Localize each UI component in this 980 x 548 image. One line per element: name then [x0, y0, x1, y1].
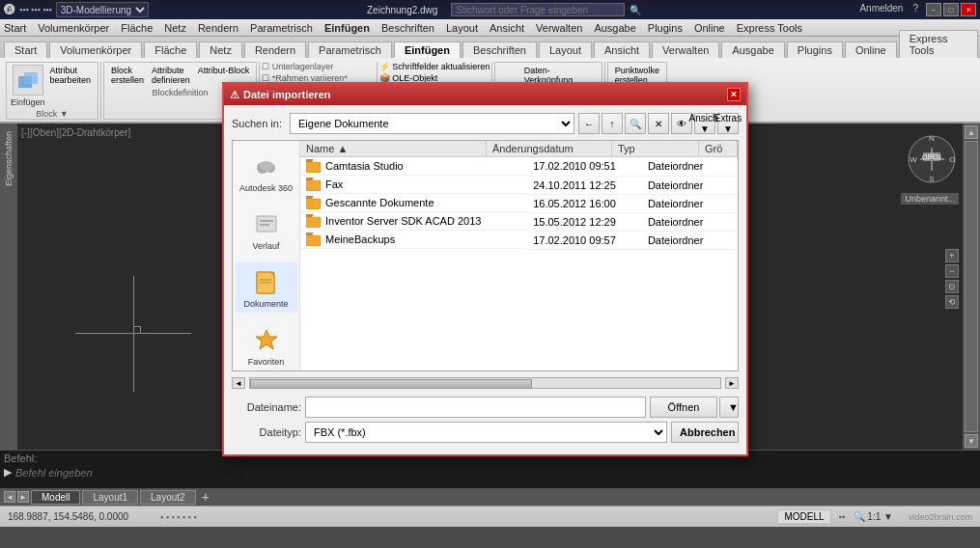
ribbon-tab-verwalten[interactable]: Verwalten — [652, 41, 719, 58]
menu-item-online[interactable]: Online — [694, 22, 725, 34]
sidebar-favoriten[interactable]: Favoriten — [236, 320, 297, 370]
open-btn[interactable]: Öffnen — [650, 397, 717, 418]
cmd-input[interactable] — [15, 467, 305, 479]
ribbon-tab-ansicht[interactable]: Ansicht — [594, 41, 650, 58]
nav-back-btn[interactable]: ← — [578, 113, 600, 134]
filetype-label: Dateityp: — [232, 426, 301, 438]
menu-item-start[interactable]: Start — [4, 22, 26, 34]
menu-item-beschriften[interactable]: Beschriften — [381, 22, 434, 34]
maximize-btn[interactable]: □ — [943, 3, 959, 16]
ribbon-tab-start[interactable]: Start — [4, 41, 47, 58]
hscroll-left[interactable]: ◄ — [232, 377, 245, 389]
svg-rect-40 — [306, 235, 321, 246]
model-btn[interactable]: MODELL — [777, 509, 830, 524]
menu-item-ausgabe[interactable]: Ausgabe — [594, 22, 635, 34]
ribbon-tab-einfgen[interactable]: Einfügen — [394, 41, 461, 58]
block-erstellen-btn[interactable]: Blockerstellen — [108, 65, 147, 86]
nav-search-btn[interactable]: 🔍 — [625, 113, 646, 134]
col-size[interactable]: Grö — [699, 141, 738, 156]
ribbon-tab-expresstools[interactable]: Express Tools — [899, 30, 978, 58]
file-row-0[interactable]: Camtasia Studio 17.02.2010 09:51 Dateior… — [300, 157, 738, 176]
tab-nav-prev[interactable]: ◄ — [4, 491, 15, 503]
attribut-btn[interactable]: Attributbearbeiten — [47, 65, 95, 86]
ribbon-tab-layout[interactable]: Layout — [539, 41, 592, 58]
ribbon-tab-online[interactable]: Online — [845, 41, 897, 58]
svg-rect-18 — [260, 224, 269, 226]
menu-item-expresstools[interactable]: Express Tools — [737, 22, 802, 34]
menu-item-volumenkrper[interactable]: Volumenkörper — [38, 22, 109, 34]
search-input[interactable] — [451, 3, 625, 16]
col-date[interactable]: Änderungsdatum — [487, 141, 612, 156]
svg-rect-1 — [24, 72, 38, 84]
file-row-3[interactable]: Inventor Server SDK ACAD 2013 15.05.2012… — [300, 212, 738, 231]
menu-item-einfgen[interactable]: Einfügen — [324, 22, 370, 34]
col-name[interactable]: Name ▲ — [300, 141, 487, 156]
menu-item-rendern[interactable]: Rendern — [198, 22, 238, 34]
file-list-header: Name ▲ Änderungsdatum Typ Grö — [300, 141, 738, 157]
tab-nav-next[interactable]: ► — [17, 491, 29, 503]
divider1 — [100, 62, 101, 120]
menu-item-ansicht[interactable]: Ansicht — [490, 22, 524, 34]
app-icon: 🅐 — [4, 3, 15, 16]
vscroll-down[interactable]: ▼ — [965, 434, 978, 448]
cancel-btn[interactable]: Abbrechen — [671, 422, 739, 443]
minimize-btn[interactable]: − — [926, 3, 941, 16]
filetype-select[interactable]: FBX (*.fbx) — [305, 422, 667, 443]
menu-item-verwalten[interactable]: Verwalten — [536, 22, 582, 34]
menu-item-netz[interactable]: Netz — [164, 22, 186, 34]
add-tab-btn[interactable]: + — [202, 489, 210, 505]
dialog-close-btn[interactable]: ✕ — [727, 88, 741, 101]
menu-item-parametrisch[interactable]: Parametrisch — [250, 22, 313, 34]
nav-btn-1[interactable]: + — [945, 249, 959, 262]
tab-modell[interactable]: Modell — [31, 490, 80, 505]
col-type[interactable]: Typ — [612, 141, 699, 156]
ribbon-tab-flche[interactable]: Fläche — [144, 41, 197, 58]
file-row-4[interactable]: MeineBackups 17.02.2010 09:57 Dateiordne… — [300, 231, 738, 249]
nav-btn-3[interactable]: ⊙ — [945, 280, 959, 293]
search-icon[interactable]: 🔍 — [630, 5, 641, 15]
workspace-select[interactable]: 3D-Modellierung — [56, 2, 149, 17]
einfuegen-btn[interactable] — [13, 65, 43, 96]
sidebar-verlauf[interactable]: Verlauf — [236, 205, 297, 255]
ansicht-btn[interactable]: Ansicht ▼ — [694, 113, 715, 134]
file-row-2[interactable]: Gescannte Dokumente 16.05.2012 16:00 Dat… — [300, 194, 738, 212]
nav-delete-btn[interactable]: ✕ — [648, 113, 669, 134]
hscroll-track[interactable] — [249, 377, 721, 389]
drawing-label: [-][Oben][2D-Drahtkörper] — [21, 127, 130, 138]
nav-btn-2[interactable]: − — [945, 264, 959, 278]
schriftfelder-btn[interactable]: ⚡ Schriftfelder aktualisieren — [379, 62, 490, 71]
login-btn[interactable]: Anmelden — [859, 3, 903, 16]
sidebar-autodesk360[interactable]: Autodesk 360 — [236, 147, 297, 197]
menu-item-flche[interactable]: Fläche — [121, 22, 153, 34]
open-arrow-btn[interactable]: ▼ — [719, 397, 739, 418]
ribbon-tab-volumenkrper[interactable]: Volumenkörper — [49, 41, 142, 58]
hscroll-thumb[interactable] — [250, 379, 532, 389]
location-select[interactable]: Eigene Dokumente — [290, 113, 574, 134]
verlauf-label: Verlauf — [252, 241, 279, 251]
ribbon-tab-parametrisch[interactable]: Parametrisch — [308, 41, 392, 58]
attribut-def-btn[interactable]: Attributedefinieren — [149, 65, 193, 86]
ribbon-tab-plugins[interactable]: Plugins — [787, 41, 843, 58]
sidebar-dokumente[interactable]: Dokumente — [236, 262, 297, 313]
tab-layout2[interactable]: Layout2 — [140, 490, 196, 505]
nav-up-btn[interactable]: ↑ — [602, 113, 623, 134]
filename-input[interactable] — [305, 397, 646, 418]
close-btn[interactable]: ✕ — [961, 3, 976, 16]
ribbon-tab-netz[interactable]: Netz — [199, 41, 242, 58]
file-row-1[interactable]: Fax 24.10.2011 12:25 Dateiordner — [300, 176, 738, 194]
ribbon-tab-ausgabe[interactable]: Ausgabe — [721, 41, 784, 58]
menu-item-layout[interactable]: Layout — [446, 22, 478, 34]
svg-rect-38 — [306, 217, 321, 228]
hscroll-right[interactable]: ► — [725, 377, 739, 389]
vscroll-track[interactable] — [965, 141, 978, 432]
vscroll-up[interactable]: ▲ — [965, 125, 978, 139]
unterlagenlayer-btn[interactable]: ☐ Unterlagenlayer — [262, 62, 333, 71]
menu-item-plugins[interactable]: Plugins — [648, 22, 683, 34]
tab-layout1[interactable]: Layout1 — [82, 490, 138, 505]
ribbon-tab-beschriften[interactable]: Beschriften — [462, 41, 537, 58]
help-btn[interactable]: ? — [912, 3, 918, 16]
nav-btn-4[interactable]: ⟲ — [945, 295, 959, 309]
extras-btn[interactable]: Extras ▼ — [717, 113, 739, 134]
ribbon-tab-rendern[interactable]: Rendern — [244, 41, 306, 58]
scale-btn[interactable]: 🔍 1:1 ▼ — [854, 511, 893, 522]
